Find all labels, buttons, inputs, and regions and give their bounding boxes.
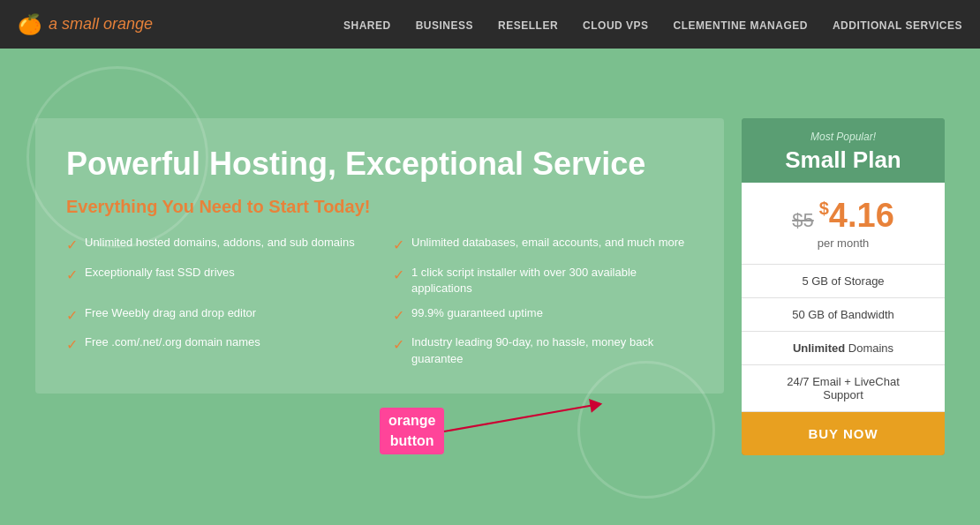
annotation-line1: orange bbox=[388, 413, 435, 428]
logo-icon: 🍊 bbox=[18, 13, 41, 36]
plan-header: Most Popular! Small Plan bbox=[742, 118, 945, 183]
nav-cloudvps[interactable]: CLOUD VPS bbox=[583, 19, 649, 32]
navbar: 🍊 a small orange SHARED BUSINESS RESELLE… bbox=[0, 0, 980, 49]
sub-heading: Everything You Need to Start Today! bbox=[66, 197, 693, 217]
features-grid: ✓ Unlimited hosted domains, addons, and … bbox=[66, 235, 693, 367]
nav-clementine[interactable]: CLEMENTINE MANAGED bbox=[674, 19, 808, 32]
check-icon: ✓ bbox=[393, 266, 404, 285]
nav-additional[interactable]: ADDITIONAL SERVICES bbox=[833, 19, 962, 32]
nav-links: SHARED BUSINESS RESELLER CLOUD VPS CLEME… bbox=[343, 17, 962, 33]
buy-now-button[interactable]: BUY NOW bbox=[742, 411, 945, 455]
main-heading: Powerful Hosting, Exceptional Service bbox=[66, 145, 693, 183]
feature-text: Industry leading 90-day, no hassle, mone… bbox=[411, 334, 693, 366]
price-line: $5 $4.16 bbox=[750, 197, 936, 235]
sale-price-value: 4.16 bbox=[829, 197, 894, 234]
main-content: Powerful Hosting, Exceptional Service Ev… bbox=[0, 49, 980, 525]
left-panel: Powerful Hosting, Exceptional Service Ev… bbox=[35, 118, 724, 394]
check-icon: ✓ bbox=[66, 335, 78, 355]
plan-feature-domains: Unlimited Domains bbox=[742, 331, 945, 364]
feature-text: Unlimited databases, email accounts, and… bbox=[411, 235, 684, 251]
per-month-label: per month bbox=[750, 236, 936, 250]
logo-text: a small orange bbox=[49, 15, 153, 34]
annotation-line2: button bbox=[390, 433, 434, 448]
feature-text: Unlimited hosted domains, addons, and su… bbox=[85, 235, 355, 251]
most-popular-label: Most Popular! bbox=[750, 131, 936, 143]
plan-pricing: $5 $4.16 per month bbox=[742, 183, 945, 264]
feature-item: ✓ 99.9% guaranteed uptime bbox=[393, 305, 693, 326]
check-icon: ✓ bbox=[393, 306, 404, 326]
plan-feature-storage: 5 GB of Storage bbox=[742, 264, 945, 297]
check-icon: ✓ bbox=[393, 236, 404, 255]
annotation-wrapper: orange button bbox=[380, 408, 444, 454]
check-icon: ✓ bbox=[393, 335, 404, 355]
feature-item: ✓ Free .com/.net/.org domain names bbox=[66, 334, 366, 366]
original-price: $5 bbox=[792, 209, 813, 232]
feature-item: ✓ 1 click script installer with over 300… bbox=[393, 265, 693, 296]
nav-business[interactable]: BUSINESS bbox=[416, 19, 473, 32]
right-panel: Most Popular! Small Plan $5 $4.16 per mo… bbox=[742, 118, 945, 455]
feature-item: ✓ Unlimited hosted domains, addons, and … bbox=[66, 235, 366, 255]
feature-item: ✓ Unlimited databases, email accounts, a… bbox=[393, 235, 693, 255]
feature-text: 1 click script installer with over 300 a… bbox=[411, 265, 693, 296]
plan-feature-bandwidth: 50 GB of Bandwidth bbox=[742, 297, 945, 331]
feature-item: ✓ Free Weebly drag and drop editor bbox=[66, 305, 366, 326]
feature-text: 99.9% guaranteed uptime bbox=[411, 305, 543, 321]
annotation-text: orange button bbox=[380, 408, 444, 454]
nav-reseller[interactable]: RESELLER bbox=[498, 19, 558, 32]
feature-item: ✓ Exceptionally fast SSD drives bbox=[66, 265, 366, 296]
plan-name: Small Plan bbox=[750, 146, 936, 174]
feature-item: ✓ Industry leading 90-day, no hassle, mo… bbox=[393, 334, 693, 366]
dollar-sign: $ bbox=[819, 199, 829, 218]
feature-text: Free .com/.net/.org domain names bbox=[85, 334, 260, 350]
check-icon: ✓ bbox=[66, 236, 78, 255]
plan-features-list: 5 GB of Storage 50 GB of Bandwidth Unlim… bbox=[742, 264, 945, 411]
nav-shared[interactable]: SHARED bbox=[343, 19, 391, 32]
logo-area: 🍊 a small orange bbox=[18, 13, 153, 36]
check-icon: ✓ bbox=[66, 306, 78, 326]
check-icon: ✓ bbox=[66, 266, 78, 285]
sale-price: $4.16 bbox=[819, 197, 894, 235]
plan-feature-support: 24/7 Email + LiveChatSupport bbox=[742, 364, 945, 411]
feature-text: Exceptionally fast SSD drives bbox=[85, 265, 235, 281]
feature-text: Free Weebly drag and drop editor bbox=[85, 305, 256, 321]
